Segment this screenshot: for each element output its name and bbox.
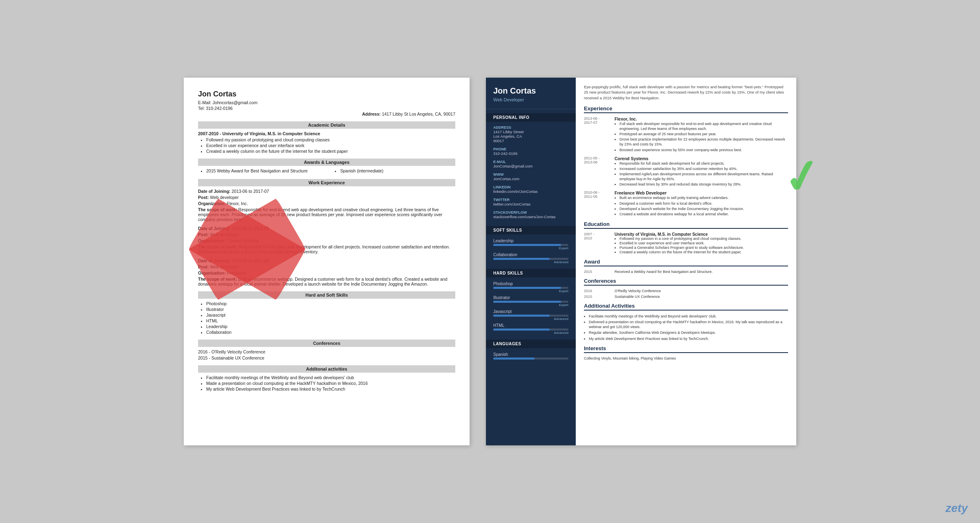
skill-label: Javascript [493, 309, 568, 314]
additional-title: Additional Activities [584, 303, 788, 311]
skill-bar-fill [493, 287, 561, 289]
skill-label: Illustrator [493, 295, 568, 300]
left-address-row: Address: 1417 Libby St Los Angeles, CA, … [198, 112, 455, 116]
work-scope: The scope of work: Responsible for end-t… [198, 207, 455, 222]
email-label: E-mail [493, 160, 568, 164]
stackoverflow-item: StackOverflow stackoverflow.com/users/Jo… [486, 209, 576, 222]
list-item: Delivered a presentation on cloud comput… [589, 320, 788, 329]
work-section-title: Work Experience [198, 179, 455, 186]
work-org: Organization: Freelance [198, 270, 455, 275]
additional-section-title: Additonal activities [198, 365, 455, 373]
left-header: Jon Cortas E-Mail: Johncortas@gmail.com … [198, 90, 455, 116]
exp-dates: 2013-06 -2017-07 [584, 116, 610, 153]
zety-watermark: zety [946, 502, 968, 515]
award-text: Received a Webby Award for Best Navigati… [615, 270, 713, 274]
skill-bar-bg [493, 358, 568, 360]
skills-content: Photoshop Illustrator Javascript HTML Le… [198, 301, 455, 335]
awards-row: 2015 Webby Award for Best Navigation and… [198, 168, 455, 174]
skill-illustrator: Illustrator Expert [486, 294, 576, 308]
awards-content: 2015 Webby Award for Best Navigation and… [198, 168, 455, 174]
academic-section-title: Academic Details [198, 121, 455, 129]
edu-entry: 2007 -2010 University of Virginia, M.S. … [584, 232, 788, 255]
languages-list: Spanish (intermediate) [340, 168, 383, 174]
skill-bar-bg [493, 258, 568, 260]
list-item: 2015 - Sustainable UX Conference [198, 355, 455, 360]
list-item: Spanish (intermediate) [340, 168, 383, 173]
work-post: Post: Web developer [198, 264, 455, 269]
list-item: Built an ecommerce webapp to sell potty … [619, 195, 788, 200]
stackoverflow-value: stackoverflow.com/users/Jon-Cortas [493, 215, 568, 219]
conf-entry: 2016 O'Reilly Velocity Conference [584, 289, 788, 293]
address-item: Address 1417 Libby StreetLos Angeles, CA… [486, 124, 576, 146]
address-label: Address [493, 125, 568, 130]
academic-bullets: Followed my passion of prototyping and c… [206, 137, 455, 154]
work-scope: The scope of work: Responsible for full … [198, 244, 455, 254]
list-item: Pursued a Generalist Scholars Program gr… [619, 246, 788, 250]
list-item: Decreased lead times by 30% and reduced … [619, 182, 788, 187]
list-item: Illustrator [206, 307, 455, 312]
conf-year: 2016 [584, 289, 610, 293]
hard-skills-title: Hard Skills [486, 269, 576, 277]
list-item: Facilitate monthly meetings of the Webfi… [206, 375, 455, 380]
list-item: Designed a customer web form for a local… [619, 201, 788, 206]
skill-level: Advanced [493, 317, 568, 321]
phone-label: Phone [493, 147, 568, 151]
exp-body: Corend Systems Responsible for full stac… [615, 156, 788, 188]
exp-company: Flexor, Inc. [615, 116, 788, 121]
skill-label: Leadership [493, 239, 568, 243]
skill-bar-fill [493, 301, 561, 303]
list-item: Developed a launch website for the Indie… [619, 206, 788, 211]
conf-entry: 2015 Sustainable UX Conference [584, 295, 788, 299]
conferences-content: 2016 - O'Reilly Velocity Conference 2015… [198, 349, 455, 360]
work-date: Date of Joining: 2013-06 to 2017-07 [198, 189, 455, 194]
phone-value: 310-242-0196 [493, 151, 568, 156]
skill-javascript: Javascript Advanced [486, 308, 576, 322]
skill-label: Collaboration [493, 253, 568, 257]
skill-photoshop: Photoshop Expert [486, 280, 576, 294]
skill-bar-bg [493, 315, 568, 317]
skill-bar-fill [493, 329, 550, 331]
skill-spanish: Spanish [486, 351, 576, 360]
exp-company: Corend Systems [615, 156, 788, 161]
skill-bar-fill [493, 244, 561, 246]
list-item: Responsible for full stack web developme… [619, 161, 788, 166]
additional-list: Facilitate monthly meetings of the Webfi… [206, 375, 455, 391]
stackoverflow-label: StackOverflow [493, 210, 568, 215]
skill-bar-fill [493, 358, 535, 360]
languages-title: Languages [486, 340, 576, 348]
exp-bullets: Built an ecommerce webapp to sell potty … [619, 195, 788, 217]
skill-leadership: Leadership Expert [486, 237, 576, 251]
list-item: My article Web Development Best Practice… [206, 387, 455, 391]
education-title: Education [584, 221, 788, 229]
skills-section-title: Hard and Soft Skills [198, 291, 455, 299]
exp-dates: 2010-06 -2011-05 [584, 190, 610, 217]
skill-bar-bg [493, 329, 568, 331]
edu-school: University of Virginia, M.S. in Computer… [615, 232, 788, 237]
award-entry: 2015 Received a Webby Award for Best Nav… [584, 270, 788, 274]
skill-level: Expert [493, 303, 568, 307]
skill-level: Expert [493, 246, 568, 250]
list-item: Excelled in user experience and user int… [206, 143, 455, 148]
list-item: Regular attendee, Southern California We… [589, 330, 788, 335]
skill-bar-fill [493, 258, 550, 260]
left-address: Address: 1417 Libby St Los Angeles, CA, … [362, 112, 455, 116]
phone-item: Phone 310-242-0196 [486, 146, 576, 159]
edu-bullets: Followed my passion in a core of prototy… [619, 237, 788, 254]
skills-list: Photoshop Illustrator Javascript HTML Le… [206, 301, 455, 335]
list-item: Boosted user experience scores by 55% ov… [619, 148, 788, 152]
email-item: E-mail JonCortas@gmail.com [486, 159, 576, 171]
work-entry: Date of Joining: 2013-06 to 2017-07 Post… [198, 189, 455, 222]
www-label: WWW [493, 172, 568, 177]
linkedin-label: LinkedIn [493, 185, 568, 189]
academic-content: 2007-2010 - University of Virginia, M.S.… [198, 131, 455, 154]
skill-bar-bg [493, 301, 568, 303]
work-post: Post: Web developer [198, 232, 455, 237]
left-tel: Tel: 310-242-0196 [198, 106, 455, 111]
main-content: Eye-poppingly prolific, full stack web d… [576, 78, 796, 445]
skill-collaboration: Collaboration Advanced [486, 251, 576, 265]
list-item: Increased customer satisfaction by 35% a… [619, 166, 788, 171]
work-entry: Date of Joining: 2011-05 to 2013-06 Post… [198, 226, 455, 254]
list-item: Made a presentation on cloud computing a… [206, 381, 455, 386]
skill-bar-fill [493, 315, 550, 317]
list-item: Created a website and donations webapp f… [619, 212, 788, 217]
